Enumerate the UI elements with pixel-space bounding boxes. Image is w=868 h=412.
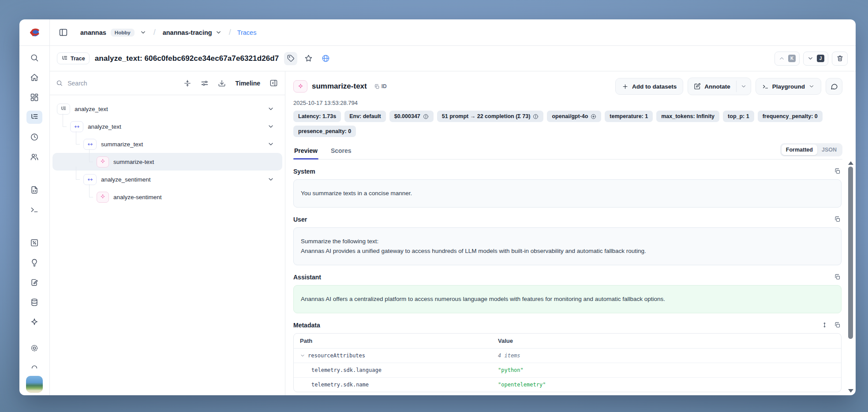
user-avatar[interactable]: [26, 376, 43, 393]
search-input[interactable]: [67, 79, 175, 87]
badge-row: Latency: 1.73s Env: default $0.000347: [293, 111, 842, 122]
prev-trace-button[interactable]: K: [774, 52, 800, 66]
playground-button[interactable]: Playground: [756, 78, 821, 95]
param-badge: top_p: 1: [723, 111, 754, 122]
copy-icon[interactable]: [833, 321, 842, 329]
tree-item[interactable]: analyze_text: [52, 118, 282, 135]
copy-icon[interactable]: [833, 215, 842, 223]
copy-icon[interactable]: [833, 273, 842, 281]
sidebar-item-playground[interactable]: [26, 203, 42, 216]
tree-item-label: analyze_sentiment: [101, 176, 151, 183]
collapse-panel-icon[interactable]: [269, 78, 279, 88]
sidebar-item-settings[interactable]: [26, 341, 42, 355]
chevron-down-icon: [140, 29, 146, 36]
tree-connector: [63, 114, 63, 127]
tab[interactable]: Scores: [330, 144, 352, 159]
tree-item[interactable]: analyze_sentiment: [52, 171, 282, 188]
observation-title: summarize-text: [312, 82, 367, 91]
copy-icon[interactable]: [833, 167, 842, 175]
breadcrumb-traces-link[interactable]: Traces: [237, 29, 257, 36]
trace-nav-group: K J: [774, 52, 848, 66]
scrollbar-track[interactable]: [847, 167, 854, 387]
scrollbar-thumb[interactable]: [848, 167, 853, 339]
sidebar-item-insights[interactable]: [26, 256, 42, 269]
param-badge: Latency: 1.73s: [293, 111, 341, 122]
chevron-down-icon[interactable]: [265, 175, 277, 183]
table-row[interactable]: resourceAttributes 4 items: [294, 349, 841, 363]
sidebar-item-tracing[interactable]: [26, 111, 42, 124]
scroll-up-arrow[interactable]: [848, 161, 853, 165]
section-header-user: User: [293, 215, 842, 223]
sidebar-item-search[interactable]: [26, 51, 42, 64]
trace-type-badge: Trace: [57, 52, 90, 64]
scroll-down-arrow[interactable]: [848, 389, 853, 393]
chevron-down-icon[interactable]: [265, 140, 277, 148]
format-toggle: FormattedJSON: [780, 143, 842, 156]
expand-vertical-icon[interactable]: [820, 321, 829, 329]
metadata-key: telemetry.sdk.name: [311, 382, 369, 388]
delete-trace-button[interactable]: [832, 52, 848, 66]
sidebar-item-users[interactable]: [26, 150, 42, 163]
sidebar-item-more[interactable]: [26, 358, 42, 371]
tab[interactable]: Preview: [293, 144, 318, 159]
next-trace-button[interactable]: J: [803, 52, 828, 66]
tree-item[interactable]: analyze_text: [52, 100, 282, 118]
project-name: anannas-tracing: [163, 29, 212, 36]
info-icon[interactable]: [423, 114, 429, 119]
sidebar-item-datasets[interactable]: [26, 296, 42, 309]
format-toggle-option[interactable]: Formatted: [782, 145, 817, 155]
timeline-toggle[interactable]: Timeline: [235, 80, 260, 87]
plus-circle-icon[interactable]: [591, 114, 596, 119]
org-switcher[interactable]: [139, 28, 147, 37]
generation-icon: [97, 156, 109, 167]
user-message: Summarize the following text: Anannas AI…: [293, 227, 842, 265]
tree-item[interactable]: analyze-sentiment: [52, 188, 282, 206]
column-header-value: Value: [492, 334, 841, 348]
icon-rail: [19, 46, 50, 395]
tree-item-label: summarize_text: [101, 141, 143, 148]
breadcrumb-divider: /: [152, 28, 157, 37]
download-icon[interactable]: [217, 78, 227, 88]
chevron-down-icon[interactable]: [265, 122, 277, 130]
sidebar-item-sessions[interactable]: [26, 130, 42, 144]
copy-id-button[interactable]: ID: [371, 83, 389, 90]
sidebar-item-evaluation[interactable]: [26, 236, 42, 249]
tree-item[interactable]: summarize_text: [52, 135, 282, 153]
sidebar-item-prompts[interactable]: [26, 183, 42, 197]
sidebar-item-home[interactable]: [26, 71, 42, 84]
metadata-value: "opentelemetry": [492, 378, 841, 392]
chevron-down-icon[interactable]: [265, 105, 277, 113]
comments-button[interactable]: [826, 78, 842, 95]
format-toggle-option[interactable]: JSON: [817, 145, 841, 155]
sidebar-item-dashboard[interactable]: [26, 91, 42, 104]
filter-settings-icon[interactable]: [200, 78, 210, 88]
sidebar-item-annotation[interactable]: [26, 276, 42, 289]
org-name[interactable]: anannas: [80, 29, 106, 36]
table-row[interactable]: telemetry.sdk.language "python": [294, 363, 841, 378]
add-to-datasets-button[interactable]: Add to datasets: [615, 78, 683, 95]
app-logo[interactable]: [19, 19, 50, 45]
sidebar-toggle-icon[interactable]: [57, 26, 70, 39]
project-switcher[interactable]: anannas-tracing: [162, 28, 223, 37]
param-badge: frequency_penalty: 0: [758, 111, 823, 122]
kbd-hint: J: [817, 55, 824, 62]
tree-item[interactable]: summarize-text: [52, 153, 282, 171]
arc-icon: [30, 360, 39, 369]
chevron-down-icon[interactable]: [300, 353, 305, 358]
terminal-icon: [762, 83, 769, 90]
tree-connector: [76, 131, 76, 145]
info-icon[interactable]: [533, 114, 539, 119]
annotate-menu-chevron[interactable]: [737, 78, 751, 95]
table-row[interactable]: telemetry.sdk.name "opentelemetry": [294, 378, 841, 392]
globe-icon[interactable]: [320, 52, 332, 64]
trace-tree-panel: Timeline: [50, 71, 285, 395]
span-icon: [83, 174, 97, 185]
app-window: anannas Hobby / anannas-tracing / Traces: [19, 19, 856, 395]
collapse-all-icon[interactable]: [183, 78, 192, 88]
generation-icon: [293, 80, 307, 93]
star-icon[interactable]: [303, 52, 314, 64]
span-icon: [83, 139, 97, 150]
tag-icon[interactable]: [284, 52, 297, 65]
annotate-button[interactable]: Annotate: [688, 78, 736, 95]
sidebar-item-upgrade[interactable]: [26, 315, 42, 329]
